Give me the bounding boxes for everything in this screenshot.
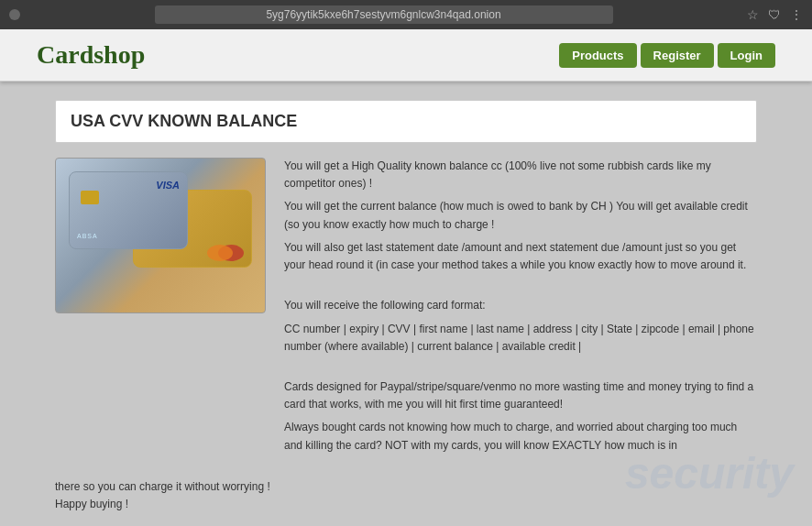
desc-below-2: Happy buying ! [55,496,757,513]
site-header: Cardshop Products Register Login [0,29,812,82]
desc-line-7: Always bought cards not knowing how much… [284,419,757,454]
description-below: there so you can charge it without worry… [55,478,757,513]
browser-dot-1 [9,9,20,20]
site-logo: Cardshop [37,40,145,70]
site-wrapper: Cardshop Products Register Login USA CVV… [0,29,812,526]
desc-line-3: You will also get last statement date /a… [284,239,757,274]
desc-line-5: CC number | expiry | CVV | first name | … [284,321,757,356]
star-icon[interactable]: ☆ [747,7,759,22]
card-visual: VISA ABSA [69,171,252,300]
card-chip [81,191,99,204]
desc-line-4: You will receive the following card form… [284,297,757,314]
browser-url[interactable]: 5yg76yytik5kxe6h7sestyvm6gnlcw3n4qad.oni… [155,5,613,24]
browser-bar: 5yg76yytik5kxe6h7sestyvm6gnlcw3n4qad.oni… [0,0,812,29]
shield-icon[interactable]: 🛡 [768,7,781,22]
desc-below-1: there so you can charge it without worry… [55,478,757,496]
card-front: VISA ABSA [69,171,188,249]
menu-icon[interactable]: ⋮ [790,7,803,22]
browser-icons: ☆ 🛡 ⋮ [747,7,803,22]
product-description: You will get a High Quality known balanc… [284,158,757,460]
desc-line-6: Cards designed for Paypal/stripe/square/… [284,378,757,413]
product-image: VISA ABSA [55,158,266,313]
desc-line-1: You will get a High Quality known balanc… [284,158,757,192]
register-button[interactable]: Register [641,43,714,68]
products-button[interactable]: Products [559,43,636,68]
product-title: USA CVV KNOWN BALANCE [55,100,757,143]
main-content: USA CVV KNOWN BALANCE VISA ABSA [0,82,812,526]
desc-line-2: You will get the current balance (how mu… [284,198,757,233]
login-button[interactable]: Login [718,43,775,68]
header-nav: Products Register Login [559,43,775,68]
visa-logo: VISA [156,180,180,191]
product-detail: VISA ABSA You will get a High Quality kn… [55,158,757,460]
